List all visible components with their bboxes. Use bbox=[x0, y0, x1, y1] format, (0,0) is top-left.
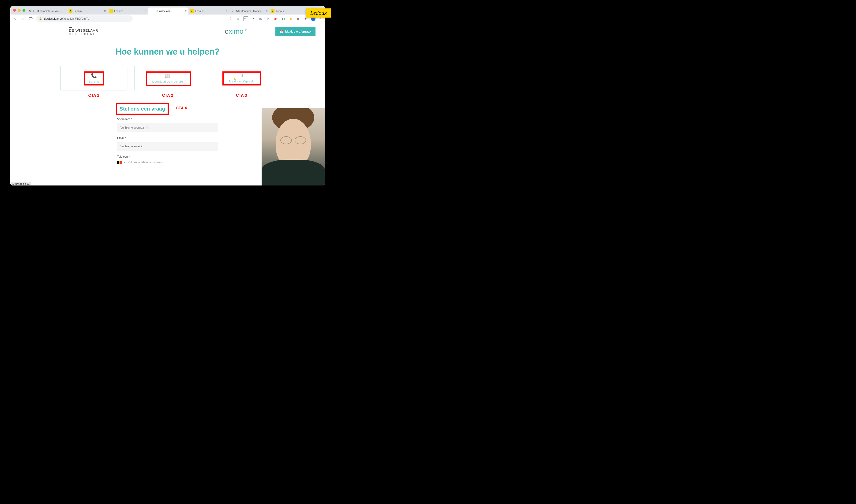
phone-label: Telefoon * bbox=[117, 155, 218, 158]
annotation-cta2: CTA 2 bbox=[134, 93, 201, 98]
firstname-input[interactable] bbox=[117, 123, 218, 132]
back-button[interactable] bbox=[12, 16, 18, 21]
wikipedia-favicon-icon: W bbox=[29, 10, 32, 13]
ledoux-watermark-badge: Ledoux bbox=[306, 8, 331, 18]
annotation-box bbox=[223, 71, 261, 86]
extension-icon[interactable]: ◆ bbox=[288, 16, 293, 21]
ledoux-favicon-icon: L bbox=[69, 10, 72, 13]
close-window-icon[interactable] bbox=[13, 9, 16, 12]
page-favicon-icon bbox=[150, 10, 153, 13]
extension-icon[interactable]: ◔ bbox=[251, 16, 256, 21]
header-appointment-button[interactable]: 📅 Maak uw afspraak bbox=[275, 27, 315, 36]
browser-window: W UTM parameters - Wikipe × L Ledoux × L… bbox=[10, 6, 325, 185]
tab-ledoux-3[interactable]: L Ledoux × bbox=[189, 7, 229, 15]
extension-icon[interactable]: ⋯ bbox=[243, 16, 248, 21]
tab-ads-manager[interactable]: ∞ Ads Manager - Manage a × bbox=[229, 7, 269, 15]
contact-form: Stel ons een vraag CTA 4 Voornaam * Emai… bbox=[117, 105, 218, 164]
cta-card-brochure[interactable]: 📖 Download de brochure bbox=[134, 66, 201, 90]
annotation-cta1: CTA 1 bbox=[60, 93, 127, 98]
annotation-box bbox=[116, 103, 169, 115]
minimize-window-icon[interactable] bbox=[18, 9, 21, 12]
tab-title: Ledoux bbox=[195, 10, 224, 13]
tab-title: Ledoux bbox=[276, 10, 305, 13]
brand-line1: DE WISSELAAR bbox=[69, 29, 98, 32]
cta-card-call[interactable]: 📞 Bel ons bbox=[60, 66, 127, 90]
tab-ledoux-4[interactable]: L Ledoux × bbox=[269, 7, 310, 15]
phone-placeholder[interactable]: Vul hier je telefoonnummer in bbox=[128, 161, 164, 164]
extension-icon[interactable]: ◼ bbox=[296, 16, 300, 21]
site-logo[interactable]: DE WISSELAAR MERELBEKE bbox=[69, 28, 98, 35]
country-flag-belgium-icon[interactable] bbox=[117, 161, 122, 164]
calendar-icon: 📅 bbox=[280, 30, 283, 33]
email-label: Email * bbox=[117, 136, 218, 140]
close-tab-icon[interactable]: × bbox=[266, 10, 267, 13]
annotation-cta4: CTA 4 bbox=[176, 106, 187, 110]
bookmark-star-icon[interactable]: ☆ bbox=[236, 16, 241, 21]
extension-icon[interactable]: ◧ bbox=[281, 16, 285, 21]
partner-logo-oximo[interactable]: oximo.be bbox=[225, 28, 247, 35]
forward-button[interactable] bbox=[20, 16, 26, 21]
status-bar-link-preview: l:0460 25 88 92 bbox=[10, 182, 31, 185]
maximize-window-icon[interactable] bbox=[22, 9, 25, 12]
tab-utm-wikipedia[interactable]: W UTM parameters - Wikipe × bbox=[27, 7, 67, 15]
page-viewport: DE WISSELAAR MERELBEKE oximo.be 📅 Maak u… bbox=[10, 23, 325, 185]
annotation-box bbox=[84, 71, 104, 86]
url-text: dewisselaar.be/#section-FTDPXnlTur bbox=[44, 17, 90, 20]
window-controls[interactable] bbox=[12, 9, 27, 12]
tabs-container: W UTM parameters - Wikipe × L Ledoux × L… bbox=[27, 6, 310, 15]
ledoux-favicon-icon: L bbox=[190, 10, 194, 13]
cta-card-appointment[interactable]: 🗓 Maak uw afspraak ✋ bbox=[208, 66, 275, 90]
headline: Hoe kunnen we u helpen? bbox=[10, 47, 325, 57]
extension-icon[interactable]: ◉ bbox=[273, 16, 278, 21]
site-header: DE WISSELAAR MERELBEKE oximo.be 📅 Maak u… bbox=[10, 23, 325, 40]
annotation-box bbox=[146, 71, 191, 86]
firstname-field: Voornaam * bbox=[117, 118, 218, 132]
ledoux-favicon-icon: L bbox=[271, 10, 275, 13]
tab-title: Ads Manager - Manage a bbox=[235, 10, 265, 13]
meta-favicon-icon: ∞ bbox=[231, 10, 234, 13]
chevron-down-icon[interactable]: ▾ bbox=[124, 161, 125, 163]
header-cta-label: Maak uw afspraak bbox=[285, 30, 311, 33]
cta-card-row: 📞 Bel ons 📖 Download de brochure 🗓 Maak … bbox=[10, 66, 325, 90]
brand-line2: MERELBEKE bbox=[69, 32, 98, 36]
close-tab-icon[interactable]: × bbox=[64, 10, 65, 13]
tab-title: UTM parameters - Wikipe bbox=[33, 10, 62, 13]
tab-ledoux-2[interactable]: L Ledoux × bbox=[108, 7, 148, 15]
close-tab-icon[interactable]: × bbox=[226, 10, 227, 13]
tab-strip: W UTM parameters - Wikipe × L Ledoux × L… bbox=[10, 6, 325, 15]
presenter-webcam-overlay bbox=[262, 108, 325, 185]
email-input[interactable] bbox=[117, 142, 218, 151]
phone-field: Telefoon * ▾ Vul hier je telefoonnummer … bbox=[117, 155, 218, 164]
annotation-labels-row: CTA 1 CTA 2 CTA 3 bbox=[10, 93, 325, 98]
extension-icon[interactable]: ✳ bbox=[266, 16, 270, 21]
reload-button[interactable] bbox=[28, 16, 34, 21]
close-tab-icon[interactable]: × bbox=[104, 10, 106, 13]
tab-title: Ledoux bbox=[114, 10, 143, 13]
close-tab-icon[interactable]: × bbox=[185, 10, 187, 13]
ledoux-favicon-icon: L bbox=[109, 10, 113, 13]
share-icon[interactable]: ⇪ bbox=[228, 16, 233, 21]
form-title-wrap: Stel ons een vraag bbox=[117, 105, 167, 113]
tab-title: De Wisselaar bbox=[155, 10, 184, 13]
email-field: Email * bbox=[117, 136, 218, 151]
tab-de-wisselaar[interactable]: De Wisselaar × bbox=[148, 7, 189, 15]
close-tab-icon[interactable]: × bbox=[145, 10, 146, 13]
tab-ledoux-1[interactable]: L Ledoux × bbox=[67, 7, 108, 15]
browser-toolbar: 🔒 dewisselaar.be/#section-FTDPXnlTur ⇪ ☆… bbox=[10, 15, 325, 23]
firstname-label: Voornaam * bbox=[117, 118, 218, 121]
annotation-cta3: CTA 3 bbox=[208, 93, 275, 98]
extension-icon[interactable]: ✉ bbox=[258, 16, 263, 21]
address-bar[interactable]: 🔒 dewisselaar.be/#section-FTDPXnlTur bbox=[36, 16, 133, 22]
tab-title: Ledoux bbox=[74, 10, 103, 13]
lock-icon: 🔒 bbox=[39, 17, 42, 20]
